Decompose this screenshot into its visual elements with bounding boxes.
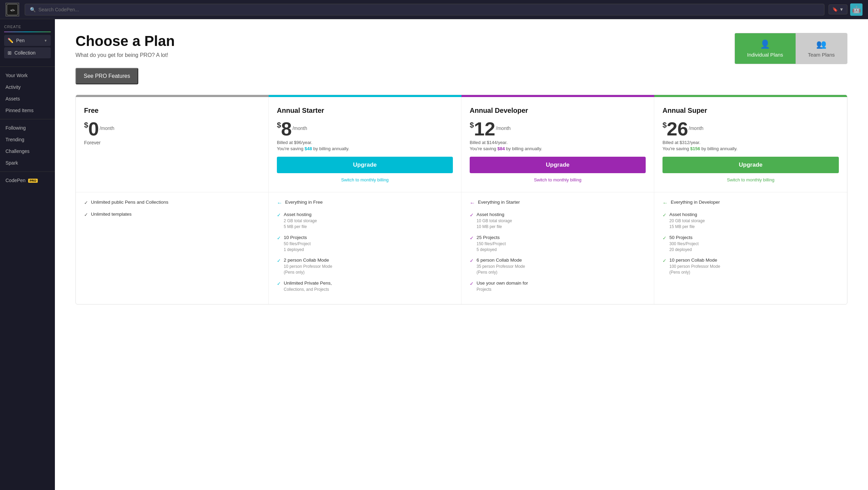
developer-saving-amount: $84 <box>497 146 505 151</box>
starter-everything-text: Everything in Free <box>285 199 323 206</box>
check-super-2: ✓ <box>662 235 667 242</box>
sidebar-item-your-work[interactable]: Your Work <box>0 70 55 81</box>
developer-features: ← Everything in Starter ✓ Asset hosting1… <box>461 192 654 304</box>
create-line <box>4 32 51 32</box>
check-icon: ✓ <box>84 200 88 206</box>
check-developer-2: ✓ <box>470 235 474 242</box>
super-saving: You're saving $156 by billing annually. <box>662 146 839 151</box>
top-row: Choose a Plan What do you get for being … <box>75 33 847 84</box>
free-period: Forever <box>84 140 260 145</box>
developer-dollar: $ <box>470 121 474 130</box>
pricing-table: Free $ 0 /month Forever Annual Starter $ <box>75 95 847 304</box>
tab-individual-plans[interactable]: 👤 Individual Plans <box>735 33 796 64</box>
check-starter-4: ✓ <box>277 280 281 287</box>
developer-upgrade-button[interactable]: Upgrade <box>470 157 646 173</box>
search-input[interactable] <box>38 7 819 12</box>
starter-billed: Billed at $96/year. <box>277 140 453 145</box>
developer-saving: You're saving $84 by billing annually. <box>470 146 646 151</box>
super-everything-text: Everything in Developer <box>671 199 720 206</box>
body: CREATE ✏️ Pen ▼ ⊞ Collection Your Work A… <box>0 19 868 490</box>
page-subtitle: What do you get for being PRO? A lot! <box>75 52 175 58</box>
sidebar-item-spark[interactable]: Spark <box>0 157 55 169</box>
check-starter-2: ✓ <box>277 235 281 242</box>
collection-button[interactable]: ⊞ Collection <box>4 47 51 58</box>
free-feature-1: ✓ Unlimited public Pens and Collections <box>84 199 260 206</box>
flag-chevron: ▼ <box>839 7 844 12</box>
plan-free-name: Free <box>84 107 260 115</box>
team-icon: 👥 <box>816 39 826 49</box>
starter-per: /month <box>292 126 307 131</box>
sidebar-item-assets[interactable]: Assets <box>0 93 55 105</box>
super-saving-amount: $156 <box>690 146 700 151</box>
starter-saving: You're saving $48 by billing annually. <box>277 146 453 151</box>
developer-switch-monthly[interactable]: Switch to monthly billing <box>470 177 646 182</box>
plan-super-header: Annual Super $ 26 /month Billed at $312/… <box>654 97 847 192</box>
arrow-icon-starter: ← <box>277 199 282 207</box>
pen-label: Pen <box>16 38 25 43</box>
starter-feature-2: ✓ 10 Projects50 files/Project1 deployed <box>277 235 453 252</box>
pen-button[interactable]: ✏️ Pen ▼ <box>4 35 51 46</box>
check-super-1: ✓ <box>662 212 667 219</box>
developer-feature-3: ✓ 6 person Collab Mode35 person Professo… <box>470 257 646 275</box>
developer-feature-3-text: 6 person Collab Mode35 person Professor … <box>477 257 525 275</box>
sidebar-item-activity[interactable]: Activity <box>0 81 55 93</box>
super-everything: ← Everything in Developer <box>662 199 839 207</box>
starter-switch-monthly[interactable]: Switch to monthly billing <box>277 177 453 182</box>
developer-amount: 12 <box>474 119 495 139</box>
check-developer-3: ✓ <box>470 258 474 264</box>
free-feature-2-text: Unlimited templates <box>91 211 132 218</box>
starter-feature-1: ✓ Asset hosting2 GB total storage5 MB pe… <box>277 212 453 229</box>
search-bar[interactable]: 🔍 <box>25 4 824 15</box>
plan-super-price: $ 26 /month <box>662 119 839 139</box>
sidebar-divider-3 <box>0 171 55 172</box>
collection-icon: ⊞ <box>8 50 12 56</box>
super-upgrade-button[interactable]: Upgrade <box>662 157 839 173</box>
individual-plans-label: Individual Plans <box>747 52 783 58</box>
starter-dollar: $ <box>277 121 281 130</box>
starter-everything: ← Everything in Free <box>277 199 453 207</box>
super-feature-1-text: Asset hosting20 GB total storage15 MB pe… <box>669 212 705 229</box>
starter-feature-3: ✓ 2 person Collab Mode10 person Professo… <box>277 257 453 275</box>
plan-starter-name: Annual Starter <box>277 107 453 115</box>
sidebar-divider-2 <box>0 119 55 119</box>
features-row: ✓ Unlimited public Pens and Collections … <box>76 192 847 304</box>
developer-per: /month <box>496 126 511 131</box>
plan-starter-header: Annual Starter $ 8 /month Billed at $96/… <box>269 97 461 192</box>
super-feature-2-text: 50 Projects300 files/Project20 deployed <box>669 235 699 252</box>
pen-icon: ✏️ <box>8 38 13 43</box>
super-feature-1: ✓ Asset hosting20 GB total storage15 MB … <box>662 212 839 229</box>
super-switch-monthly[interactable]: Switch to monthly billing <box>662 177 839 182</box>
developer-feature-2-text: 25 Projects150 files/Project5 deployed <box>477 235 506 252</box>
starter-feature-4: ✓ Unlimited Private Pens,Collections, an… <box>277 280 453 292</box>
flag-button[interactable]: 🔖 ▼ <box>829 4 847 14</box>
plan-free-price: $ 0 /month <box>84 119 260 139</box>
sidebar-item-pinned-items[interactable]: Pinned Items <box>0 105 55 116</box>
see-pro-features-button[interactable]: See PRO Features <box>75 68 138 84</box>
free-feature-1-text: Unlimited public Pens and Collections <box>91 199 168 206</box>
starter-upgrade-button[interactable]: Upgrade <box>277 157 453 173</box>
super-billed: Billed at $312/year. <box>662 140 839 145</box>
developer-everything-text: Everything in Starter <box>478 199 520 206</box>
check-developer-1: ✓ <box>470 212 474 219</box>
sidebar-item-challenges[interactable]: Challenges <box>0 145 55 157</box>
tab-team-plans[interactable]: 👥 Team Plans <box>796 33 847 64</box>
free-amount: 0 <box>88 119 99 139</box>
flag-icon: 🔖 <box>832 7 838 12</box>
avatar[interactable]: 🤖 <box>850 3 863 16</box>
plan-free-header: Free $ 0 /month Forever <box>76 97 269 192</box>
developer-feature-4-text: Use your own domain forProjects <box>477 280 528 292</box>
starter-feature-3-text: 2 person Collab Mode10 person Professor … <box>284 257 332 275</box>
sidebar-create: CREATE ✏️ Pen ▼ ⊞ Collection <box>0 23 55 64</box>
arrow-icon-super: ← <box>662 199 668 207</box>
team-plans-label: Team Plans <box>808 52 835 58</box>
page-title: Choose a Plan <box>75 33 175 49</box>
plan-developer-header: Annual Developer $ 12 /month Billed at $… <box>461 97 654 192</box>
sidebar-item-codepen[interactable]: CodePen PRO <box>0 175 55 186</box>
header: </> 🔍 🔖 ▼ 🤖 <box>0 0 868 19</box>
individual-icon: 👤 <box>760 39 770 49</box>
starter-feature-2-text: 10 Projects50 files/Project1 deployed <box>284 235 311 252</box>
create-label: CREATE <box>4 25 51 29</box>
sidebar-item-trending[interactable]: Trending <box>0 134 55 145</box>
plan-super-name: Annual Super <box>662 107 839 115</box>
sidebar-item-following[interactable]: Following <box>0 122 55 134</box>
